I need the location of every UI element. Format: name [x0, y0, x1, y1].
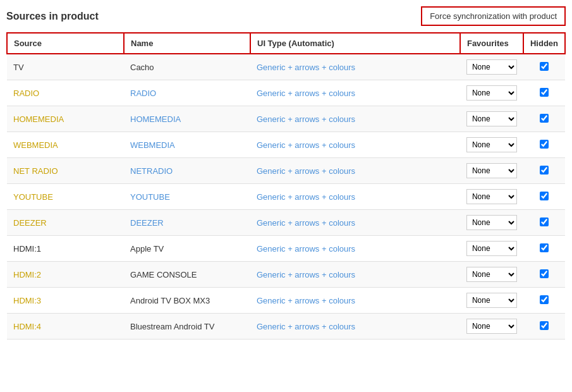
source-cell: RADIO: [7, 80, 124, 106]
name-cell: RADIO: [124, 80, 250, 106]
name-cell: Apple TV: [124, 236, 250, 262]
source-cell: HDMI:2: [7, 262, 124, 288]
ui-type-cell: Generic + arrows + colours: [250, 288, 460, 314]
favourites-cell[interactable]: None: [460, 288, 523, 314]
hidden-cell[interactable]: [523, 314, 565, 340]
hidden-checkbox[interactable]: [540, 114, 549, 123]
favourites-cell[interactable]: None: [460, 210, 523, 236]
hidden-checkbox[interactable]: [540, 321, 549, 330]
hidden-cell[interactable]: [523, 132, 565, 158]
sync-button[interactable]: Force synchronization with product: [421, 6, 566, 26]
hidden-checkbox[interactable]: [540, 295, 549, 304]
favourites-cell[interactable]: None: [460, 54, 523, 80]
source-cell: TV: [7, 54, 124, 80]
table-row: DEEZERDEEZERGeneric + arrows + coloursNo…: [7, 210, 565, 236]
col-header-ui-type: UI Type (Automatic): [250, 33, 460, 54]
name-cell: Android TV BOX MX3: [124, 288, 250, 314]
source-cell: DEEZER: [7, 210, 124, 236]
favourites-select[interactable]: None: [466, 111, 517, 126]
ui-type-cell: Generic + arrows + colours: [250, 54, 460, 80]
col-header-source: Source: [7, 33, 124, 54]
ui-type-cell: Generic + arrows + colours: [250, 210, 460, 236]
hidden-cell[interactable]: [523, 80, 565, 106]
table-row: YOUTUBEYOUTUBEGeneric + arrows + colours…: [7, 184, 565, 210]
table-row: RADIORADIOGeneric + arrows + coloursNone: [7, 80, 565, 106]
hidden-cell[interactable]: [523, 236, 565, 262]
page-header: Sources in product Force synchronization…: [6, 6, 566, 26]
favourites-select[interactable]: None: [466, 293, 517, 308]
ui-type-cell: Generic + arrows + colours: [250, 236, 460, 262]
name-cell: WEBMEDIA: [124, 132, 250, 158]
col-header-favourites: Favourites: [460, 33, 523, 54]
favourites-select[interactable]: None: [466, 137, 517, 152]
hidden-cell[interactable]: [523, 210, 565, 236]
source-cell: HOMEMEDIA: [7, 106, 124, 132]
name-cell: HOMEMEDIA: [124, 106, 250, 132]
favourites-cell[interactable]: None: [460, 80, 523, 106]
hidden-checkbox[interactable]: [540, 62, 549, 71]
favourites-cell[interactable]: None: [460, 262, 523, 288]
favourites-select[interactable]: None: [466, 85, 517, 101]
name-cell: DEEZER: [124, 210, 250, 236]
source-cell: NET RADIO: [7, 158, 124, 184]
favourites-cell[interactable]: None: [460, 236, 523, 262]
source-cell: WEBMEDIA: [7, 132, 124, 158]
hidden-checkbox[interactable]: [540, 243, 549, 252]
favourites-cell[interactable]: None: [460, 106, 523, 132]
favourites-select[interactable]: None: [466, 59, 517, 75]
hidden-cell[interactable]: [523, 106, 565, 132]
favourites-select[interactable]: None: [466, 241, 517, 256]
favourites-cell[interactable]: None: [460, 158, 523, 184]
favourites-cell[interactable]: None: [460, 184, 523, 210]
table-row: HOMEMEDIAHOMEMEDIAGeneric + arrows + col…: [7, 106, 565, 132]
favourites-select[interactable]: None: [466, 267, 517, 282]
ui-type-cell: Generic + arrows + colours: [250, 106, 460, 132]
hidden-cell[interactable]: [523, 288, 565, 314]
ui-type-cell: Generic + arrows + colours: [250, 184, 460, 210]
table-row: WEBMEDIAWEBMEDIAGeneric + arrows + colou…: [7, 132, 565, 158]
ui-type-cell: Generic + arrows + colours: [250, 314, 460, 340]
name-cell: YOUTUBE: [124, 184, 250, 210]
table-row: TVCachoGeneric + arrows + coloursNone: [7, 54, 565, 80]
ui-type-cell: Generic + arrows + colours: [250, 80, 460, 106]
hidden-checkbox[interactable]: [540, 217, 549, 226]
ui-type-cell: Generic + arrows + colours: [250, 158, 460, 184]
table-row: HDMI:1Apple TVGeneric + arrows + colours…: [7, 236, 565, 262]
source-cell: HDMI:1: [7, 236, 124, 262]
favourites-select[interactable]: None: [466, 189, 517, 204]
table-row: HDMI:3Android TV BOX MX3Generic + arrows…: [7, 288, 565, 314]
hidden-cell[interactable]: [523, 54, 565, 80]
table-row: HDMI:4Bluestream Android TVGeneric + arr…: [7, 314, 565, 340]
sources-table: Source Name UI Type (Automatic) Favourit…: [6, 32, 566, 340]
col-header-name: Name: [124, 33, 250, 54]
source-cell: HDMI:3: [7, 288, 124, 314]
favourites-cell[interactable]: None: [460, 132, 523, 158]
hidden-checkbox[interactable]: [540, 166, 549, 175]
favourites-select[interactable]: None: [466, 215, 517, 230]
ui-type-cell: Generic + arrows + colours: [250, 132, 460, 158]
name-cell: Bluestream Android TV: [124, 314, 250, 340]
favourites-select[interactable]: None: [466, 163, 517, 178]
hidden-cell[interactable]: [523, 262, 565, 288]
hidden-checkbox[interactable]: [540, 140, 549, 149]
hidden-checkbox[interactable]: [540, 269, 549, 278]
favourites-cell[interactable]: None: [460, 314, 523, 340]
favourites-select[interactable]: None: [466, 319, 517, 334]
page-title: Sources in product: [6, 11, 99, 22]
hidden-checkbox[interactable]: [540, 192, 549, 200]
source-cell: YOUTUBE: [7, 184, 124, 210]
table-row: HDMI:2GAME CONSOLEGeneric + arrows + col…: [7, 262, 565, 288]
name-cell: GAME CONSOLE: [124, 262, 250, 288]
hidden-cell[interactable]: [523, 184, 565, 210]
source-cell: HDMI:4: [7, 314, 124, 340]
col-header-hidden: Hidden: [523, 33, 565, 54]
hidden-checkbox[interactable]: [540, 88, 549, 97]
hidden-cell[interactable]: [523, 158, 565, 184]
ui-type-cell: Generic + arrows + colours: [250, 262, 460, 288]
table-row: NET RADIONETRADIOGeneric + arrows + colo…: [7, 158, 565, 184]
name-cell: NETRADIO: [124, 158, 250, 184]
name-cell: Cacho: [124, 54, 250, 80]
